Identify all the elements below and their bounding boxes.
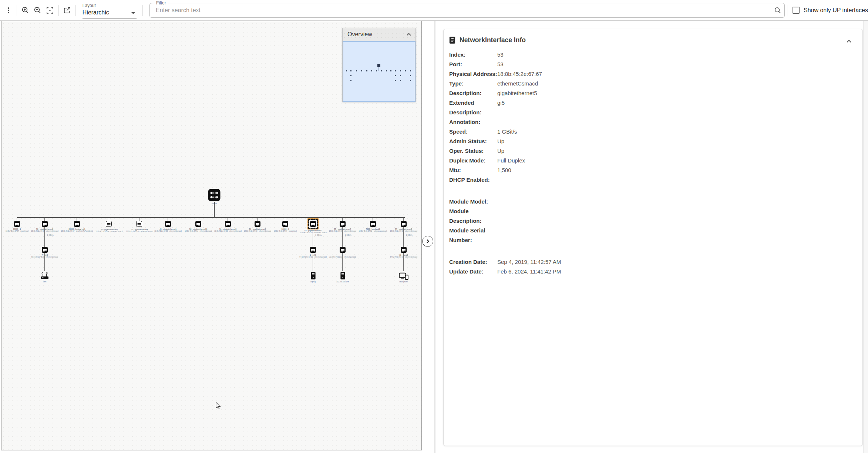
- minimap-bus-line: [345, 71, 411, 71]
- info-row: Index:53: [444, 50, 862, 60]
- overview-viewport[interactable]: [343, 41, 416, 102]
- info-label: Module Description:: [449, 207, 497, 226]
- info-row: Admin Status:Up: [444, 137, 862, 146]
- child-interface-node[interactable]: -1 ·2c:cf:67:73:02:3a · ethernetCsmacd: [340, 247, 346, 253]
- overview-title: Overview: [347, 31, 372, 38]
- switch-node[interactable]: switch: [208, 188, 221, 202]
- search-icon[interactable]: [771, 4, 784, 17]
- bus-edge: [17, 217, 405, 218]
- device-node[interactable]: ubnt: [28, 271, 61, 283]
- minimap-switch-node: [377, 64, 380, 67]
- toolbar: Layout Hierarchic Filter Show only UP in…: [0, 0, 868, 21]
- chevron-up-icon[interactable]: [406, 31, 412, 37]
- info-value: 1,500: [497, 165, 511, 175]
- toolbar-divider: [142, 5, 143, 16]
- info-label: Physical Address:: [449, 69, 497, 79]
- edge: [44, 253, 45, 271]
- edge-speed-label: 1 GBit/s: [315, 234, 322, 236]
- edge: [313, 230, 313, 247]
- interface-node[interactable]: 56 · gigabitethernet818:8b:45:2e:67:6a ·…: [106, 221, 112, 227]
- network-topology-app: { "toolbar": { "layout_label": "Layout",…: [0, 0, 868, 453]
- minimap-node-dots: [346, 70, 347, 71]
- interface-node[interactable]: 55 · gigabitethernet718:8b:45:2e:67:69 ·…: [340, 221, 346, 227]
- info-row: Duplex Mode:Full Duplex: [444, 156, 862, 165]
- show-up-checkbox[interactable]: [793, 7, 800, 14]
- interface-node[interactable]: 7000 · loopback118:8b:45:2e:67:62 · soft…: [370, 221, 376, 227]
- zoom-out-icon[interactable]: [31, 4, 44, 17]
- server-icon: [339, 271, 347, 280]
- menu-kebab-icon[interactable]: [2, 4, 14, 17]
- show-up-interfaces-toggle[interactable]: Show only UP interfaces: [793, 7, 868, 14]
- interface-node[interactable]: 50 · gigabitethernet218:8b:45:2e:67:64 ·…: [42, 221, 48, 227]
- info-label: Index:: [449, 50, 497, 60]
- info-value: 53: [497, 60, 504, 69]
- info-value: Sep 4, 2019, 11:42:57 AM: [497, 257, 561, 267]
- interface-list-icon: [449, 36, 455, 44]
- topology-canvas[interactable]: Overview switch 10000 · 118:8b:45:2e:67:: [1, 21, 422, 450]
- search-input[interactable]: [150, 7, 771, 14]
- edge-speed-label: 1 GBit/s: [345, 234, 351, 236]
- info-value: 1 GBit/s: [497, 127, 517, 137]
- child-interface-node[interactable]: 1 · eth064:62:70:9e:67:3a · ethernetCsma…: [310, 247, 316, 253]
- info-label: Description:: [449, 88, 497, 98]
- interface-node[interactable]: 10000 · 118:8b:45:2e:67:67 · propVirtual: [282, 221, 288, 227]
- info-label: Oper. Status:: [449, 146, 497, 156]
- interface-node-selected[interactable]: 53 · gigabitethernet518:8b:45:2e:67:67 ·…: [310, 221, 316, 227]
- switch-icon: [208, 188, 221, 202]
- device-node[interactable]: 192.168.105.148: [326, 271, 359, 283]
- info-collapse-button[interactable]: [846, 38, 852, 44]
- interface-node[interactable]: 58 · gigabitethernet1018:8b:45:2e:67:6c …: [195, 221, 201, 227]
- info-label: Annotation:: [449, 117, 497, 127]
- info-label: Speed:: [449, 127, 497, 137]
- info-value: Full Duplex: [497, 156, 525, 165]
- device-node[interactable]: asprog: [296, 271, 330, 283]
- info-value: 53: [497, 50, 504, 60]
- interface-node[interactable]: 51 · gigabitethernet318:8b:45:2e:67:65 ·…: [225, 221, 231, 227]
- mouse-cursor: [215, 402, 221, 410]
- child-interface-node[interactable]: 11 · bond064:62:70:9e:67:4a · ethernetCs…: [401, 247, 407, 253]
- layout-select[interactable]: Layout Hierarchic: [83, 2, 137, 19]
- edge: [403, 227, 404, 247]
- panel-collapse-button[interactable]: [422, 236, 433, 247]
- interface-node[interactable]: 52 · gigabitethernet418:8b:45:2e:67:66 ·…: [136, 221, 142, 227]
- interface-node[interactable]: 10000 · 118:8b:45:2e:67:67 · propVirtual: [14, 221, 20, 227]
- panel-splitter[interactable]: [434, 21, 435, 453]
- info-label: Creation Date:: [449, 257, 497, 267]
- device-label: xbox-phone: [387, 281, 420, 283]
- info-label: Module Serial Number:: [449, 226, 497, 245]
- device-node[interactable]: xbox-phone: [387, 272, 420, 283]
- info-panel-title: NetworkInterface Info: [460, 36, 526, 44]
- child-interface-node[interactable]: 7 · eth058:ef:29:ac:48:ab · ethernetCsma…: [42, 247, 48, 253]
- info-row: Annotation:: [444, 117, 862, 127]
- info-row: Oper. Status:Up: [444, 146, 862, 156]
- access-point-icon: [40, 271, 50, 280]
- network-interface-info-panel: NetworkInterface Info Index:53 Port:53 P…: [443, 29, 863, 446]
- interface-sublabel: 2c:cf:67:73:02:3a · ethernetCsmacd: [323, 256, 362, 258]
- fit-to-screen-icon[interactable]: [44, 4, 56, 17]
- info-row: DHCP Enabled:: [444, 175, 862, 185]
- edge: [403, 253, 404, 271]
- interface-node[interactable]: 54 · gigabitethernet618:8b:45:2e:67:68 ·…: [255, 221, 260, 227]
- edge: [44, 227, 45, 247]
- interface-sublabel: 64:62:70:9e:67:4a · ethernetCsmacd: [384, 256, 423, 258]
- export-icon[interactable]: [61, 4, 73, 17]
- interface-node[interactable]: 49 · gigabitethernet118:8b:45:2e:67:63 ·…: [165, 221, 171, 227]
- zoom-in-icon[interactable]: [19, 4, 31, 17]
- info-label: Update Date:: [449, 267, 497, 276]
- info-row: Update Date:Feb 6, 2024, 11:41:42 PM: [444, 267, 862, 276]
- interface-node[interactable]: 57 · gigabitethernet918:8b:45:2e:67:6b ·…: [401, 221, 407, 227]
- interface-sublabel: 58:ef:29:ac:48:ab · ethernetCsmacd: [25, 256, 64, 258]
- interface-node[interactable]: 20000 · Logical int 118:8b:45:2e:67:67 ·…: [74, 221, 80, 227]
- info-value: Up: [497, 146, 504, 156]
- info-row: Mtu:1,500: [444, 165, 862, 175]
- chevron-right-icon: [425, 239, 430, 244]
- vertical-scrollbar[interactable]: [863, 21, 868, 453]
- overview-header[interactable]: Overview: [343, 28, 416, 41]
- info-value: 18:8b:45:2e:67:67: [497, 69, 542, 79]
- toolbar-divider: [17, 5, 17, 16]
- toolbar-divider: [75, 5, 76, 16]
- info-row: Speed:1 GBit/s: [444, 127, 862, 137]
- device-label: asprog: [296, 281, 330, 283]
- device-label: ubnt: [28, 281, 61, 283]
- edge-speed-label: 1 GBit/s: [406, 234, 413, 236]
